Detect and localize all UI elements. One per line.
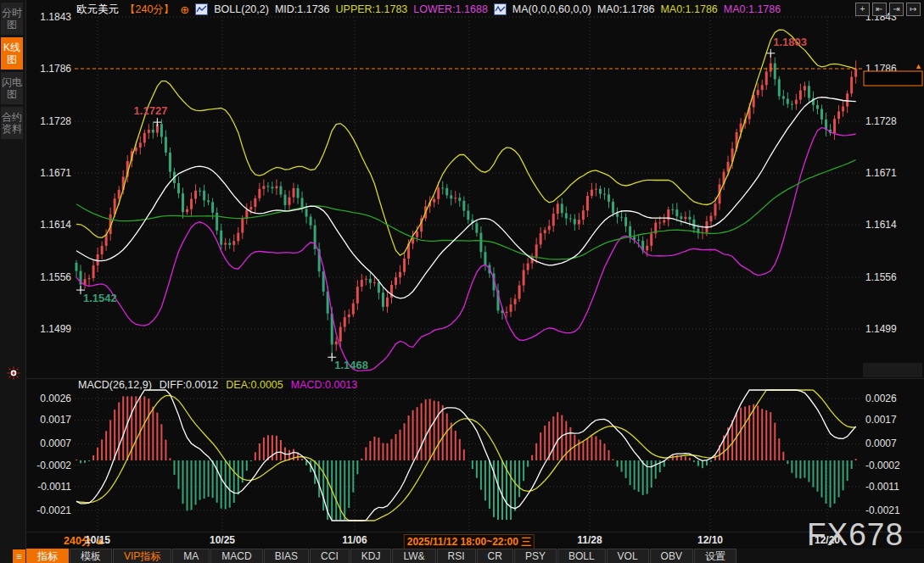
pan-out-icon[interactable]: ↦	[906, 3, 921, 16]
ma-label: MA(0,0,0,60,0,0)	[512, 3, 591, 15]
svg-text:0.0007: 0.0007	[40, 438, 71, 449]
svg-text:1.1727: 1.1727	[134, 104, 168, 117]
add-indicator-icon[interactable]: ⊕	[180, 3, 189, 16]
svg-text:1.1728: 1.1728	[865, 115, 897, 127]
toolbar-item-2[interactable]: VIP指标	[113, 549, 171, 563]
svg-text:1.1556: 1.1556	[865, 271, 897, 283]
toolbar-item-8[interactable]: LW&	[392, 549, 435, 563]
svg-text:1.1671: 1.1671	[40, 167, 71, 179]
toolbar-item-4[interactable]: MACD	[210, 549, 262, 563]
svg-text:-0.0021: -0.0021	[865, 504, 900, 516]
macd-dea-value: DEA:0.0005	[226, 379, 283, 392]
toolbar-item-1[interactable]: 模板	[70, 549, 112, 563]
x-axis-label-0: 10/15	[85, 534, 110, 546]
toolbar-item-10[interactable]: CR	[477, 549, 513, 563]
sidebar-settings-icon[interactable]: ≡	[13, 549, 25, 563]
toolbar-item-6[interactable]: CCI	[310, 549, 350, 563]
sidebar-tabs: 分时图K线图闪电图合约资料	[0, 3, 25, 139]
x-axis-label-4: 11/28	[577, 534, 602, 546]
macd-label: MACD(26,12,9)	[78, 379, 152, 392]
toolbar-item-3[interactable]: MA	[172, 549, 210, 563]
ma0-yellow-value: MA0:1.1786	[660, 3, 717, 15]
svg-text:1.1542: 1.1542	[83, 292, 117, 304]
svg-text:1.1671: 1.1671	[865, 167, 897, 179]
svg-text:0.0026: 0.0026	[865, 393, 897, 404]
boll-upper-value: UPPER:1.1783	[336, 3, 408, 15]
x-axis-label-2: 11/06	[342, 534, 367, 546]
svg-text:-0.0011: -0.0011	[37, 481, 71, 493]
svg-text:1.1499: 1.1499	[865, 323, 897, 335]
ma0-magenta-value: MA0:1.1786	[724, 3, 781, 15]
svg-text:▲: ▲	[915, 62, 922, 70]
svg-text:1.1843: 1.1843	[40, 11, 71, 23]
svg-text:1.1556: 1.1556	[40, 271, 71, 283]
toolbar-item-5[interactable]: BIAS	[264, 549, 309, 563]
svg-text:0.0026: 0.0026	[40, 393, 71, 404]
main-chart[interactable]: 1.18431.18431.17861.17861.17281.17281.16…	[0, 0, 924, 563]
toolbar-item-12[interactable]: BOLL	[557, 549, 606, 563]
svg-text:1.1614: 1.1614	[865, 219, 897, 231]
toolbar-item-15[interactable]: 设置	[694, 549, 736, 563]
period-tag: 【240分】	[125, 3, 174, 17]
toolbar-item-0[interactable]: 指标	[26, 549, 69, 563]
svg-text:0.0017: 0.0017	[40, 414, 71, 426]
svg-text:0.0017: 0.0017	[865, 414, 897, 426]
sidebar-tab-3[interactable]: 合约资料	[1, 107, 23, 139]
x-axis-label-6: 12/20	[815, 534, 840, 546]
svg-text:1.1468: 1.1468	[334, 359, 368, 371]
sidebar: 分时图K线图闪电图合约资料 ≡	[0, 0, 26, 563]
chart-header: 欧元美元 【240分】 ⊕ BOLL(20,2) MID:1.1736 UPPE…	[76, 2, 781, 17]
alarm-icon[interactable]	[7, 366, 20, 380]
pan-left-icon[interactable]: ⇤	[872, 3, 887, 16]
macd-macd-value: MACD:0.0013	[291, 379, 358, 392]
toolbar-item-9[interactable]: RSI	[437, 549, 476, 563]
svg-text:-0.0002: -0.0002	[36, 460, 71, 471]
ma0-white-value: MA0:1.1786	[597, 3, 654, 15]
sidebar-tab-2[interactable]: 闪电图	[1, 72, 23, 104]
x-axis-label-1: 10/25	[210, 534, 235, 546]
svg-text:1.1786: 1.1786	[40, 63, 71, 75]
boll-mid-value: MID:1.1736	[275, 3, 330, 15]
svg-text:-0.0021: -0.0021	[36, 504, 71, 516]
toolbar-item-14[interactable]: OBV	[650, 549, 693, 563]
svg-text:1.1728: 1.1728	[40, 115, 71, 127]
macd-diff-value: DIFF:0.0012	[160, 379, 218, 392]
macd-header: MACD(26,12,9) DIFF:0.0012 DEA:0.0005 MAC…	[78, 379, 357, 392]
x-axis-label-5: 12/10	[697, 534, 723, 546]
svg-text:1.1499: 1.1499	[40, 323, 71, 335]
kline-app: 1.18431.18431.17861.17861.17281.17281.16…	[0, 0, 924, 563]
svg-text:-0.0011: -0.0011	[865, 481, 899, 493]
symbol-name: 欧元美元	[76, 3, 119, 17]
toolbar-item-13[interactable]: VOL	[607, 549, 649, 563]
ma-chart-icon	[494, 3, 507, 15]
svg-text:1.1803: 1.1803	[773, 36, 807, 48]
corner-icons: +⇤⇥↦	[855, 3, 921, 16]
svg-text:-0.0002: -0.0002	[865, 460, 900, 471]
sidebar-tab-0[interactable]: 分时图	[1, 3, 23, 35]
toolbar-item-11[interactable]: PSY	[514, 549, 557, 563]
boll-label: BOLL(20,2)	[214, 3, 269, 15]
svg-text:0.0007: 0.0007	[865, 438, 897, 449]
svg-text:1.1614: 1.1614	[40, 219, 71, 231]
boll-lower-value: LOWER:1.1688	[413, 3, 488, 15]
x-axis-row: 240分 ▲ 10/1510/2511/062025/11/12 18:00~2…	[25, 533, 924, 549]
boll-chart-icon	[195, 3, 208, 15]
pan-right-icon[interactable]: ⇥	[889, 3, 904, 16]
toolbar-item-7[interactable]: KDJ	[350, 549, 392, 563]
sidebar-tab-1[interactable]: K线图	[1, 37, 23, 70]
crosshair-icon[interactable]: +	[855, 3, 870, 16]
indicator-toolbar: 指标模板VIP指标MAMACDBIASCCIKDJLW&RSICRPSYBOLL…	[26, 549, 924, 563]
